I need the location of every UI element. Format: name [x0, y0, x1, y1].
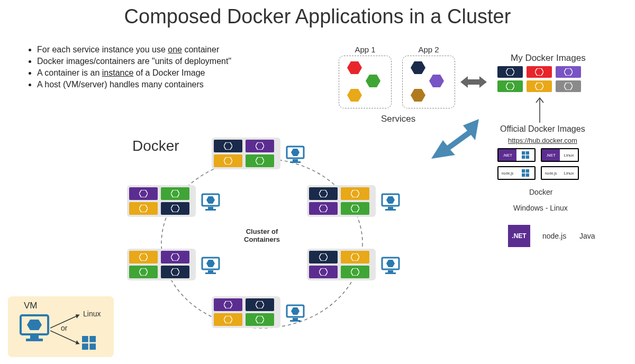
- bullet-1: For each service instance you use one co…: [37, 45, 231, 54]
- app2-box: [402, 56, 455, 108]
- hexagon-icon: [347, 61, 362, 74]
- monitor-icon: [201, 193, 220, 212]
- docker-image-red: [527, 66, 552, 78]
- double-arrow-icon: [460, 74, 487, 90]
- docker-hub-link[interactable]: https://hub.docker.com: [508, 136, 577, 144]
- bullet-4: A host (VM/server) handles many containe…: [37, 80, 231, 89]
- monitor-icon: [381, 257, 400, 276]
- docker-image-navy: [497, 66, 523, 78]
- hexagon-icon: [366, 75, 380, 87]
- up-arrow-icon: [534, 96, 545, 123]
- svg-marker-21: [76, 340, 79, 344]
- windows-linux-label: Windows - Linux: [513, 204, 568, 212]
- official-docker-images-title: Official Docker Images: [500, 124, 585, 134]
- hexagon-icon: [347, 89, 362, 102]
- svg-rect-15: [30, 335, 39, 339]
- windows-icon: [82, 336, 97, 351]
- monitor-icon: [286, 145, 305, 165]
- net-badge-icon: .NET: [508, 225, 530, 247]
- official-image-node-win: node.js: [497, 166, 536, 180]
- cluster-node: [127, 249, 196, 280]
- vm-label: VM: [24, 301, 38, 311]
- svg-marker-10: [460, 76, 487, 88]
- svg-marker-17: [27, 320, 42, 330]
- cluster-node: [127, 185, 196, 217]
- deploy-arrow-icon: [431, 119, 479, 159]
- svg-marker-12: [431, 119, 479, 159]
- app1-label: App 1: [339, 45, 392, 54]
- monitor-icon: [19, 313, 50, 345]
- hexagon-icon: [411, 61, 425, 74]
- page-title: Composed Docker Applications in a Cluste…: [0, 0, 635, 28]
- docker-image-purple: [556, 66, 581, 78]
- app2-label: App 2: [402, 45, 455, 54]
- monitor-icon: [381, 193, 400, 212]
- docker-label-small: Docker: [529, 188, 552, 196]
- svg-rect-16: [26, 339, 43, 341]
- my-docker-images-title: My Docker Images: [511, 53, 586, 63]
- svg-marker-19: [76, 314, 79, 319]
- cluster-label: Cluster of Containers: [238, 228, 286, 243]
- hexagon-icon: [411, 89, 425, 102]
- svg-line-20: [50, 331, 79, 344]
- bullet-list: For each service instance you use one co…: [26, 45, 231, 92]
- docker-image-grey: [556, 80, 581, 92]
- docker-image-green: [497, 80, 523, 92]
- cluster-node: [212, 138, 280, 169]
- bullet-3: A container is an instance of a Docker I…: [37, 68, 231, 78]
- bullet-2: Docker images/containers are "units of d…: [37, 57, 231, 66]
- docker-image-yellow: [527, 80, 552, 92]
- services-label: Services: [381, 114, 415, 124]
- cluster-node: [307, 249, 376, 280]
- cluster-node: [307, 185, 376, 217]
- app1-box: [339, 56, 392, 108]
- monitor-icon: [201, 257, 220, 276]
- official-image-net-linux: .NET Linux: [541, 148, 579, 162]
- official-image-node-linux: node.js Linux: [541, 166, 579, 180]
- hexagon-icon: [429, 75, 444, 87]
- or-label: or: [61, 324, 67, 332]
- java-label: Java: [579, 232, 595, 240]
- official-image-net-win: .NET: [497, 148, 536, 162]
- vm-legend-box: VM Linux or: [8, 296, 114, 357]
- monitor-icon: [286, 304, 305, 323]
- linux-label: Linux: [83, 310, 101, 318]
- nodejs-label: node.js: [542, 232, 566, 240]
- cluster-node: [212, 296, 280, 328]
